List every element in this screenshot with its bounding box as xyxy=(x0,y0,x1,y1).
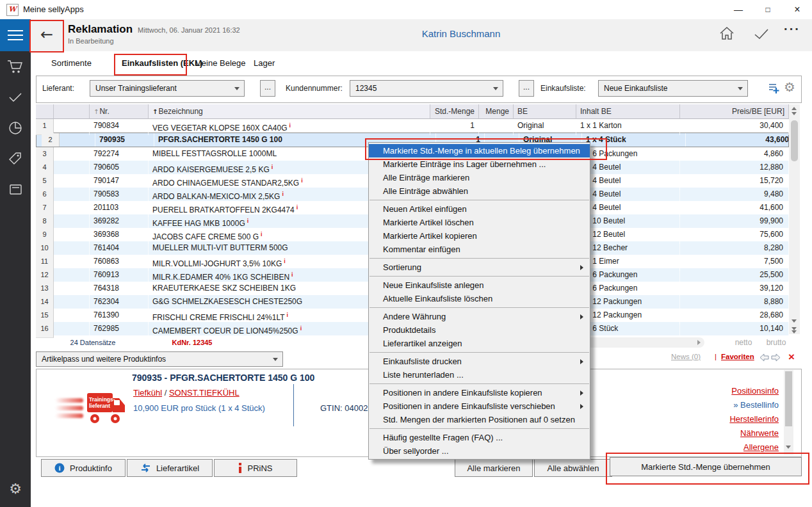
tab-sortimente[interactable]: Sortimente xyxy=(51,58,92,69)
netto-toggle[interactable]: netto xyxy=(727,338,759,347)
menu-item[interactable]: Sortierung xyxy=(369,261,590,274)
menu-item[interactable]: Andere Währung xyxy=(369,310,590,323)
menu-item[interactable]: Kommentar einfügen xyxy=(369,243,590,256)
menu-item[interactable]: Std. Mengen der markierten Positionen au… xyxy=(369,413,590,426)
settings-gear-icon[interactable]: ⚙ xyxy=(0,475,31,503)
book-icon[interactable] xyxy=(0,175,31,204)
menu-item[interactable]: Häufig gestellte Fragen (FAQ) ... xyxy=(369,431,590,444)
chevron-down-icon xyxy=(234,87,240,90)
detail-link[interactable]: Nährwerte xyxy=(628,426,779,440)
header-be[interactable]: BE xyxy=(514,104,576,119)
alle-markieren-button[interactable]: Alle markieren xyxy=(455,459,533,477)
prins-button[interactable]: PRiNS xyxy=(214,459,297,477)
produktinfo-button[interactable]: i Produktinfo xyxy=(41,459,126,477)
scroll-pin-up-icon[interactable] xyxy=(792,107,797,110)
scroll-down-icon[interactable] xyxy=(786,446,791,449)
sort-arrow-icon: ↑ xyxy=(93,108,99,115)
header-bezeichnung[interactable]: ↑Bezeichnung xyxy=(149,104,430,119)
scrollbar-thumb[interactable] xyxy=(785,371,792,426)
cell-preis: 10,140 xyxy=(680,322,789,338)
lieferartikel-button[interactable]: Lieferartikel xyxy=(127,459,213,477)
favoriten-link[interactable]: Favoriten xyxy=(721,353,754,360)
hamburger-menu-button[interactable] xyxy=(0,19,31,51)
scrollbar-thumb[interactable] xyxy=(791,120,798,161)
context-menu: Markierte Std.-Menge in aktuellen Beleg … xyxy=(368,142,590,460)
info-marker-icon: i xyxy=(282,191,284,197)
detail-scrollbar[interactable] xyxy=(784,370,793,455)
maximize-button[interactable]: □ xyxy=(753,0,783,19)
nav-left-arrow-icon[interactable] xyxy=(759,353,769,364)
menu-item[interactable]: Alle Einträge abwählen xyxy=(369,184,590,198)
menu-item[interactable]: Markierte Std.-Menge in aktuellen Beleg … xyxy=(369,144,590,157)
menu-item[interactable]: Produktdetails xyxy=(369,323,590,337)
product-category-links: Tiefkühl / SONST.TIEFKÜHL xyxy=(133,388,240,398)
scroll-pin-down-icon[interactable] xyxy=(792,112,797,115)
menu-item-label: Alle Einträge markieren xyxy=(383,173,469,182)
info-marker-icon: i xyxy=(296,204,298,211)
header-preis[interactable]: Preis/BE [EUR] xyxy=(680,104,789,119)
menu-item[interactable]: Alle Einträge markieren xyxy=(369,171,590,184)
tab-lager[interactable]: Lager xyxy=(254,58,275,69)
minimize-button[interactable]: — xyxy=(724,0,753,19)
kundennummer-browse-button[interactable]: ... xyxy=(519,80,534,97)
detail-link[interactable]: Positionsinfo xyxy=(628,384,779,398)
pie-chart-icon[interactable] xyxy=(0,114,31,142)
submenu-arrow-icon xyxy=(580,404,583,409)
menu-item[interactable]: Markierte Artikel kopieren xyxy=(369,229,590,243)
tab-meine-belege[interactable]: Meine Belege xyxy=(195,58,246,69)
lieferant-browse-button[interactable]: ... xyxy=(260,80,275,97)
menu-item[interactable]: Lieferartikel anzeigen xyxy=(369,337,590,350)
more-options-icon[interactable]: ··· xyxy=(784,22,800,36)
einkaufsliste-select[interactable]: Neue Einkaufsliste xyxy=(598,80,748,97)
detail-link[interactable]: Allergene xyxy=(628,440,779,455)
cell-mark xyxy=(54,282,90,296)
close-button[interactable]: × xyxy=(783,0,812,19)
cart-icon[interactable] xyxy=(0,52,31,81)
scroll-right-icon[interactable] xyxy=(697,340,701,345)
news-link[interactable]: News (0) xyxy=(671,353,701,360)
einkaufsliste-label: Einkaufsliste: xyxy=(540,84,586,93)
tiefkuehl-link[interactable]: Tiefkühl xyxy=(133,388,162,398)
nav-right-arrow-icon[interactable] xyxy=(771,353,781,364)
menu-item[interactable]: Neuen Artikel einfügen xyxy=(369,202,590,216)
menu-item-label: Positionen in andere Einkaufsliste versc… xyxy=(383,401,555,411)
detail-link[interactable]: » Bestellinfo xyxy=(628,398,779,412)
alle-abwaehlen-button[interactable]: Alle abwählen xyxy=(534,459,612,477)
table-row[interactable]: 1790834VEG VEGETAR KLOPSE 160X CA40Gi1Or… xyxy=(36,119,789,133)
back-button[interactable]: ← xyxy=(33,22,60,49)
sonst-tiefkuehl-link[interactable]: SONST.TIEFKÜHL xyxy=(169,388,240,398)
brutto-toggle[interactable]: brutto xyxy=(759,338,793,347)
menu-item[interactable]: Liste herunterladen ... xyxy=(369,368,590,382)
menu-item[interactable]: Markierte Artikel löschen xyxy=(369,216,590,229)
header-nr[interactable]: ↑Nr. xyxy=(90,104,149,119)
home-icon[interactable] xyxy=(719,26,735,44)
list-settings-gear-icon[interactable]: ⚙ xyxy=(784,79,795,95)
header-menge[interactable]: Menge xyxy=(479,104,514,119)
menu-item[interactable]: Einkaufsliste drucken xyxy=(369,355,590,368)
menu-item[interactable]: Positionen in andere Einkaufsliste versc… xyxy=(369,399,590,413)
menu-item[interactable]: Neue Einkaufsliste anlegen xyxy=(369,278,590,292)
close-detail-icon[interactable]: × xyxy=(788,351,795,363)
detail-link[interactable]: Herstellerinfo xyxy=(628,412,779,426)
check-icon[interactable] xyxy=(0,83,31,111)
uebernehmen-button[interactable]: Markierte Std.-Menge übernehmen xyxy=(610,457,802,476)
menu-item[interactable]: Markierte Einträge ins Lager übernehmen … xyxy=(369,157,590,171)
kundennummer-select[interactable]: 12345 xyxy=(350,80,503,97)
tag-icon[interactable] xyxy=(0,145,31,173)
header-std-menge[interactable]: Std.-Menge xyxy=(430,104,479,119)
tab-einkaufslisten[interactable]: Einkaufslisten (EKL) xyxy=(122,58,202,69)
menu-item[interactable]: Positionen in andere Einkaufsliste kopie… xyxy=(369,386,590,399)
header-inhalt-be[interactable]: Inhalt BE xyxy=(576,104,680,119)
menu-item[interactable]: Aktuelle Einkaufsliste löschen xyxy=(369,292,590,305)
scroll-page-down-icon[interactable] xyxy=(792,330,797,334)
confirm-check-icon[interactable] xyxy=(753,28,770,42)
cell-inhalt-be: 1 x 6 Stück xyxy=(576,322,680,338)
productinfo-select[interactable]: Artikelpass und weitere Produktinfos xyxy=(36,351,283,367)
cell-inhalt-be: 1 x 6 Packungen xyxy=(576,282,680,296)
lieferant-select[interactable]: Unser Trainingslieferant xyxy=(90,80,245,97)
scroll-down-icon[interactable] xyxy=(792,319,797,323)
cell-rownum: 10 xyxy=(36,241,54,255)
menu-item[interactable]: Über sellyorder ... xyxy=(369,444,590,458)
new-list-icon[interactable] xyxy=(767,82,780,97)
table-vertical-scrollbar[interactable] xyxy=(789,104,800,334)
